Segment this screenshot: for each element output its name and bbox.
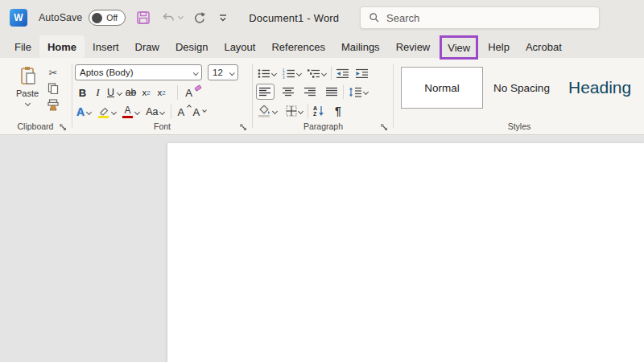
italic-button[interactable]: I — [90, 84, 105, 101]
font-group: Aptos (Body) 12 B I U ab x2 x2 A A — [73, 58, 251, 135]
line-spacing-chevron-icon — [363, 88, 369, 94]
paragraph-group: 1 2 3 — [254, 58, 392, 135]
tab-review[interactable]: Review — [388, 35, 439, 58]
tab-mailings[interactable]: Mailings — [333, 35, 388, 58]
undo-chevron-icon — [178, 14, 184, 19]
overflow-icon — [217, 11, 229, 24]
paragraph-group-label: Paragraph — [254, 121, 392, 131]
save-button[interactable] — [135, 10, 151, 26]
undo-icon — [161, 10, 175, 25]
numbering-button[interactable]: 1 2 3 — [281, 65, 303, 81]
sort-az-icon: A Z — [313, 105, 317, 117]
decrease-indent-button[interactable] — [335, 65, 351, 81]
group-separator — [72, 64, 72, 128]
format-painter-button[interactable] — [47, 99, 60, 111]
grow-font-button[interactable]: A — [175, 104, 190, 120]
bullets-icon — [258, 68, 270, 79]
tab-help[interactable]: Help — [480, 35, 518, 58]
text-effects-chevron-icon — [86, 109, 92, 114]
tab-draw[interactable]: Draw — [127, 35, 167, 58]
document-page[interactable] — [167, 143, 644, 362]
dialog-launcher-icon — [60, 124, 67, 131]
style-heading[interactable]: Heading — [568, 78, 631, 97]
view-tab-highlight-annotation: View — [440, 35, 478, 60]
align-left-icon — [259, 87, 271, 97]
quick-access-overflow-button[interactable] — [217, 11, 229, 24]
style-no-spacing[interactable]: No Spacing — [483, 82, 560, 94]
tab-file[interactable]: File — [6, 35, 39, 58]
change-case-button[interactable]: Aa — [144, 104, 166, 120]
undo-button[interactable] — [161, 10, 183, 25]
tab-insert[interactable]: Insert — [85, 35, 127, 58]
tab-view[interactable]: View — [442, 38, 476, 57]
paste-button[interactable]: Paste — [10, 65, 45, 105]
sort-button[interactable]: A Z — [312, 103, 326, 119]
subscript-button[interactable]: x2 — [138, 84, 154, 101]
align-right-button[interactable] — [303, 84, 318, 100]
underline-button[interactable]: U — [105, 84, 123, 101]
copy-button[interactable] — [47, 83, 59, 94]
font-color-glyph: A — [125, 105, 131, 115]
font-name-value: Aptos (Body) — [80, 68, 133, 77]
dialog-launcher-icon — [240, 124, 247, 131]
style-normal[interactable]: Normal — [401, 67, 483, 109]
autosave-toggle[interactable]: Off — [89, 10, 126, 26]
decrease-indent-icon — [336, 68, 349, 79]
increase-indent-button[interactable] — [354, 65, 370, 81]
borders-button[interactable] — [284, 103, 304, 119]
highlight-chevron-icon — [111, 109, 117, 114]
font-color-chevron-icon — [134, 109, 140, 114]
change-case-glyph: Aa — [146, 106, 158, 117]
shading-button[interactable] — [256, 103, 279, 119]
word-app-icon[interactable]: W — [10, 9, 27, 27]
tab-references[interactable]: References — [263, 35, 332, 58]
shrink-font-button[interactable]: A — [190, 104, 205, 120]
tab-layout[interactable]: Layout — [216, 35, 263, 58]
strikethrough-button[interactable]: ab — [123, 84, 138, 101]
font-color-bar — [122, 116, 133, 118]
text-effects-button[interactable]: A — [75, 104, 93, 120]
sort-z-glyph: Z — [313, 111, 317, 117]
line-spacing-button[interactable] — [347, 84, 369, 100]
align-left-button[interactable] — [256, 84, 275, 100]
paragraph-dialog-launcher[interactable] — [381, 124, 388, 131]
title-bar: W AutoSave Off Document1 - Word — [0, 0, 644, 35]
font-size-combobox[interactable]: 12 — [208, 64, 238, 80]
redo-icon — [192, 10, 207, 25]
dialog-launcher-icon — [381, 124, 388, 131]
eraser-icon — [194, 84, 201, 92]
text-highlight-button[interactable] — [96, 104, 118, 120]
clear-formatting-glyph: A — [185, 87, 192, 99]
paste-clipboard-icon — [17, 65, 39, 87]
cut-button[interactable]: ✂ — [49, 68, 58, 78]
superscript-button[interactable]: x2 — [154, 84, 169, 101]
save-icon — [135, 10, 151, 26]
font-color-button[interactable]: A — [121, 104, 141, 120]
clipboard-dialog-launcher[interactable] — [60, 124, 67, 131]
subscript-digit: 2 — [147, 89, 150, 97]
tab-home[interactable]: Home — [39, 35, 85, 58]
paste-label: Paste — [16, 88, 39, 98]
redo-button[interactable] — [192, 10, 207, 25]
numbering-icon: 1 2 3 — [283, 68, 295, 79]
tab-acrobat[interactable]: Acrobat — [518, 35, 570, 58]
justify-button[interactable] — [324, 84, 340, 100]
underline-chevron-icon — [117, 89, 122, 95]
align-center-button[interactable] — [281, 84, 296, 100]
bold-button[interactable]: B — [75, 84, 90, 101]
bullets-button[interactable] — [256, 65, 278, 81]
group-separator — [393, 64, 394, 128]
search-box[interactable] — [360, 6, 600, 29]
styles-group: Normal No Spacing Heading Styles — [394, 58, 644, 135]
multilevel-list-button[interactable] — [306, 65, 328, 81]
show-hide-marks-button[interactable]: ¶ — [333, 103, 343, 119]
highlighter-icon — [97, 106, 109, 118]
shrink-chevron-icon — [203, 108, 208, 113]
search-input[interactable] — [386, 12, 572, 24]
styles-group-label: Styles — [394, 121, 644, 131]
toggle-knob-icon — [92, 13, 102, 23]
tab-design[interactable]: Design — [167, 35, 216, 58]
font-dialog-launcher[interactable] — [240, 124, 247, 131]
font-name-combobox[interactable]: Aptos (Body) — [75, 64, 202, 80]
clear-formatting-button[interactable]: A — [181, 84, 196, 101]
